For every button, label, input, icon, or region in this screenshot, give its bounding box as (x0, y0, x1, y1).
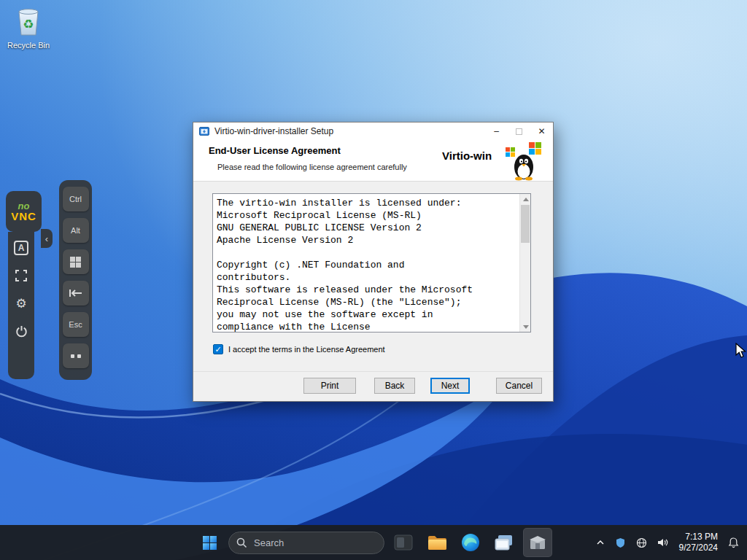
folder-icon (427, 534, 447, 551)
recycle-bin-label: Recycle Bin (4, 41, 53, 50)
fullscreen-button[interactable] (12, 267, 30, 284)
clock-time: 7:13 PM (685, 532, 718, 542)
novnc-toolbar: A ⚙ (8, 232, 34, 379)
virtio-win-logo (504, 141, 543, 181)
edge-icon (461, 533, 480, 552)
dialog-titlebar[interactable]: Virtio-win-driver-installer Setup – ✕ (193, 122, 553, 140)
security-tray-icon[interactable] (611, 528, 630, 557)
system-tray: 7:13 PM 9/27/2024 (592, 525, 743, 560)
scroll-up-icon[interactable] (520, 194, 531, 204)
cancel-button[interactable]: Cancel (496, 378, 542, 394)
active-installer-app-icon[interactable] (523, 528, 552, 557)
novnc-extra-keys-panel: Ctrl Alt Esc (59, 180, 92, 380)
scrollbar-thumb[interactable] (521, 205, 530, 243)
window-stack-icon (495, 534, 514, 551)
dialog-header: End-User License Agreement Please read t… (193, 140, 553, 182)
license-text-area[interactable]: The virtio-win installer is licensed und… (212, 193, 531, 332)
scroll-down-icon[interactable] (520, 322, 531, 332)
print-button[interactable]: Print (303, 378, 356, 394)
maximize-icon (516, 128, 522, 135)
speaker-icon (657, 537, 669, 548)
fullscreen-icon (15, 269, 28, 282)
taskbar: 7:13 PM 9/27/2024 (0, 525, 747, 560)
gear-icon: ⚙ (15, 296, 26, 311)
power-icon (15, 325, 28, 338)
installer-box-icon (528, 533, 547, 552)
minimize-button[interactable]: – (485, 122, 508, 140)
close-button[interactable]: ✕ (530, 122, 553, 140)
back-button[interactable]: Back (374, 378, 415, 394)
installer-dialog: Virtio-win-driver-installer Setup – ✕ En… (193, 122, 554, 402)
shield-icon (615, 537, 626, 548)
power-button[interactable] (12, 322, 30, 340)
file-explorer-icon[interactable] (422, 528, 452, 557)
windows-key[interactable] (63, 249, 89, 274)
dialog-title: Virtio-win-driver-installer Setup (214, 126, 333, 136)
accept-terms-checkbox[interactable]: ✓ (213, 344, 223, 354)
volume-tray-icon[interactable] (653, 528, 673, 557)
maximize-button[interactable] (508, 122, 530, 140)
start-button[interactable] (195, 528, 224, 557)
window-controls: – ✕ (485, 122, 553, 140)
novnc-collapse-handle[interactable]: ‹ (41, 229, 53, 248)
chevron-left-icon: ‹ (45, 233, 48, 244)
bell-icon (728, 537, 739, 548)
svg-text:♻: ♻ (23, 17, 34, 31)
hidden-icons-button[interactable] (592, 528, 609, 557)
windows-logo-icon (70, 257, 81, 268)
dots-icon (71, 354, 81, 358)
dialog-subheading: Please read the following license agreem… (217, 163, 407, 171)
tux-penguin (514, 155, 533, 181)
search-icon (236, 537, 247, 548)
keyboard-icon: A (14, 241, 28, 255)
next-button[interactable]: Next (430, 378, 470, 394)
keyboard-button[interactable]: A (12, 239, 30, 257)
notifications-button[interactable] (724, 528, 743, 557)
settings-button[interactable]: ⚙ (12, 295, 30, 312)
license-text: The virtio-win installer is licensed und… (217, 197, 517, 332)
edge-browser-icon[interactable] (456, 528, 485, 557)
alt-key[interactable]: Alt (63, 218, 89, 243)
recycle-bin-icon: ♻ (14, 6, 43, 36)
extra-keys-button[interactable] (63, 343, 89, 368)
dark-app-icon (394, 533, 413, 552)
windows-flag-large (529, 142, 541, 155)
secondary-explorer-icon[interactable] (489, 528, 519, 557)
close-icon: ✕ (538, 126, 545, 136)
button-separator (193, 371, 553, 372)
esc-key[interactable]: Esc (63, 312, 89, 337)
clock-date: 9/27/2024 (679, 542, 718, 553)
chevron-up-icon (596, 538, 605, 547)
novnc-logo-tab[interactable]: no VNC (6, 191, 42, 232)
windows-flag-small (506, 147, 515, 157)
tab-icon (69, 289, 83, 298)
windows-start-icon (203, 536, 217, 550)
network-tray-icon[interactable] (632, 528, 651, 557)
accept-terms-label: I accept the terms in the License Agreem… (228, 345, 385, 354)
ctrl-key[interactable]: Ctrl (63, 187, 89, 211)
accept-terms-row: ✓ I accept the terms in the License Agre… (213, 344, 385, 354)
license-scrollbar[interactable] (519, 194, 530, 332)
minimize-icon: – (494, 126, 499, 136)
desktop: ♻ Recycle Bin no VNC ‹ A ⚙ (0, 0, 747, 560)
pinned-app-icon[interactable] (389, 528, 418, 557)
search-input[interactable] (228, 532, 384, 554)
check-icon: ✓ (214, 345, 221, 354)
brand-name: Virtio-win (442, 149, 492, 162)
recycle-bin[interactable]: ♻ Recycle Bin (4, 6, 53, 50)
network-globe-icon (636, 537, 647, 548)
installer-app-icon (199, 126, 209, 136)
dialog-heading: End-User License Agreement (209, 145, 341, 156)
tab-key[interactable] (63, 281, 89, 306)
clock[interactable]: 7:13 PM 9/27/2024 (675, 528, 722, 557)
